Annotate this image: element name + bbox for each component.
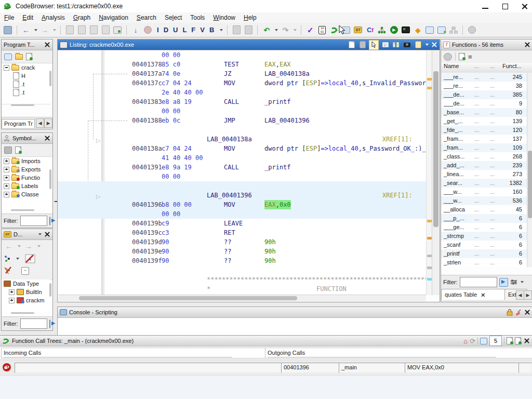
select-columns-icon[interactable]: ≡ — [468, 53, 472, 61]
function-row[interactable]: _scanf......6 — [441, 241, 527, 249]
snapshot-icon[interactable] — [15, 147, 21, 154]
listing-row[interactable]: 00401383e8 a8 19CALL_printf — [58, 97, 428, 107]
camera-icon[interactable] — [403, 41, 411, 49]
outgoing-calls-header[interactable]: Outgoing Calls — [265, 348, 532, 358]
snapshot-icon[interactable] — [459, 53, 465, 60]
dtm-root[interactable]: Data Type — [2, 280, 50, 288]
symbol-tree-item-imports[interactable]: Imports — [2, 157, 50, 165]
listing-row[interactable]: LAB_00401396XREF[1]:▷ — [58, 191, 428, 200]
scrollbar[interactable] — [49, 283, 51, 297]
fields-dropdown-icon[interactable] — [425, 44, 429, 46]
mark-letter-i-icon[interactable]: I — [157, 26, 159, 34]
mark-letter-b-icon[interactable]: B — [209, 26, 214, 34]
listing-row[interactable] — [58, 181, 428, 191]
mark-letter-u-icon[interactable]: U — [173, 26, 178, 34]
function-row[interactable]: _printf......6 — [441, 249, 527, 258]
close-icon[interactable] — [44, 231, 50, 238]
tree-item-root[interactable]: crack — [2, 63, 50, 72]
symbol-tree-item-functio[interactable]: Functio — [2, 174, 50, 182]
prev-function-icon[interactable] — [89, 25, 98, 35]
listing-row[interactable]: 00 00 — [58, 209, 428, 219]
listing-row[interactable]: 0040139e90??90h — [58, 247, 428, 256]
tab-scroll-right-icon[interactable]: ▶ — [524, 290, 532, 300]
mark-letter-d-icon[interactable]: D — [164, 26, 168, 34]
listing-row[interactable]: 2e 40 40 00 — [58, 88, 428, 97]
diamond-icon[interactable]: ◆ — [413, 25, 422, 35]
overview-mark[interactable] — [427, 237, 432, 240]
overview-mark[interactable] — [427, 78, 432, 81]
diff-icon[interactable] — [392, 41, 401, 49]
filter-dropdown-icon[interactable] — [521, 281, 524, 283]
filter-options-icon[interactable] — [49, 320, 51, 328]
listing-vertical-scrollbar[interactable] — [432, 50, 440, 295]
column-name[interactable]: Name — [444, 63, 459, 69]
next-code-unit-icon[interactable] — [77, 25, 86, 35]
close-icon[interactable] — [44, 135, 50, 142]
tree-item[interactable]: .t — [2, 80, 50, 88]
call-graph-icon[interactable] — [377, 25, 387, 35]
dtm-item-BuiltIn[interactable]: BuiltIn — [2, 288, 50, 296]
overview-mark[interactable] — [427, 267, 432, 269]
cursor-tool-icon[interactable] — [369, 40, 379, 50]
function-row[interactable]: _strcmp......6 — [441, 232, 527, 241]
menu-window[interactable]: Window — [213, 14, 235, 21]
binary-icon[interactable]: 1001 — [317, 25, 327, 35]
forward-icon[interactable]: → — [40, 25, 49, 35]
program-trees-header[interactable]: Program T... — [2, 39, 52, 50]
undo-icon[interactable]: ↶ — [262, 25, 271, 35]
go-to-icon[interactable]: ↓ — [131, 25, 140, 35]
memory-photo-icon[interactable] — [113, 25, 122, 35]
function-row[interactable]: ___ge.........6 — [441, 223, 527, 232]
tab-scroll-left-icon[interactable]: ◀ — [36, 118, 44, 128]
function-row[interactable]: _class.........268 — [441, 152, 527, 161]
listing-row[interactable]: 00 00 — [58, 107, 428, 116]
close-button[interactable] — [522, 3, 528, 9]
listing-row[interactable]: LAB_0040138aXREF[1]:▷ — [58, 135, 428, 144]
symbol-tree-item-labels[interactable]: Labels — [2, 182, 50, 190]
close-icon[interactable] — [431, 42, 437, 48]
cf-icon[interactable]: Cf — [365, 25, 375, 35]
column-size[interactable]: Funct... — [502, 63, 522, 69]
mark-letter-l-icon[interactable]: L — [182, 26, 187, 34]
listing-row[interactable] — [58, 125, 428, 135]
undo-dropdown-icon[interactable] — [275, 29, 278, 31]
open-folder-icon[interactable] — [15, 54, 23, 60]
filter-settings-icon[interactable] — [510, 279, 517, 285]
functions-table[interactable]: ___re.........245___re.........38___de..… — [441, 73, 527, 267]
overview-mark[interactable] — [427, 278, 432, 281]
menu-help[interactable]: Help — [244, 14, 257, 21]
clear-console-icon[interactable] — [515, 309, 522, 316]
scrollbar-thumb[interactable] — [433, 71, 438, 227]
tab-scroll-right-icon[interactable]: ▶ — [44, 118, 52, 128]
symbol-filter-input[interactable] — [20, 216, 47, 226]
symbol-tree-item-classe[interactable]: Classe — [2, 190, 50, 198]
function-row[interactable]: ___p_.........6 — [441, 214, 527, 223]
script-manager-icon[interactable] — [329, 25, 339, 35]
expand-outgoing-icon[interactable] — [515, 337, 521, 344]
symbol-tree-item-exports[interactable]: Exports — [2, 165, 50, 174]
listing-row[interactable]: 00401391e8 9a 19CALL_printf — [58, 163, 428, 172]
menu-edit[interactable]: Edit — [22, 14, 33, 21]
function-row[interactable]: _fram.........137 — [441, 135, 527, 143]
listing-row[interactable]: 00 00 — [58, 172, 428, 181]
panel-menu-icon[interactable] — [38, 233, 42, 235]
menu-file[interactable]: File — [4, 14, 14, 21]
close-icon[interactable] — [523, 338, 530, 344]
tab-scroll-left-icon[interactable]: ◀ — [516, 290, 524, 300]
function-row[interactable]: _fde_.........120 — [441, 126, 527, 135]
listing-row[interactable]: 0040139bc9LEAVE — [58, 219, 428, 228]
listing-row[interactable]: 0040138ac7 04 24MOVdword ptr [ESP]=>loca… — [58, 144, 428, 153]
listing-row[interactable]: 00401396b8 00 00MOVEAX,0x0 — [58, 200, 428, 209]
listing-row[interactable]: 00401388eb 0cJMPLAB_00401396 — [58, 116, 428, 125]
collapse-all-icon[interactable]: − — [21, 267, 29, 275]
listing-row[interactable]: 0040139cc3RET — [58, 228, 428, 237]
console-header[interactable]: Console - Scripting — [58, 307, 532, 318]
bookmark-dropdown-icon[interactable] — [220, 29, 223, 31]
overview-mark[interactable] — [427, 220, 432, 222]
menu-search[interactable]: Search — [137, 14, 156, 21]
dtm-item-crackm[interactable]: crackm — [2, 296, 50, 304]
listing-row[interactable]: 0040139d90??90h — [58, 237, 428, 247]
function-row[interactable]: ___w.........536 — [441, 196, 527, 205]
listing-row[interactable]: 0040137a74 0eJZLAB_0040138a — [58, 69, 428, 78]
column-signature[interactable]: ... — [490, 63, 495, 69]
